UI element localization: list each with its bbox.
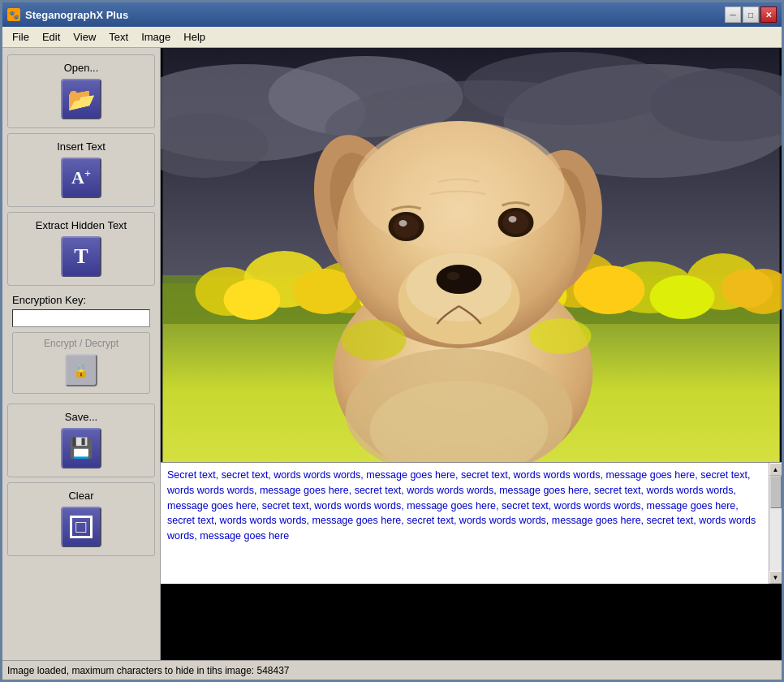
- svg-point-40: [399, 220, 407, 227]
- menu-view[interactable]: View: [67, 28, 102, 45]
- clear-button[interactable]: □: [61, 507, 101, 547]
- status-text: Image loaded, maximum characters to hide…: [7, 665, 290, 676]
- extract-label: Extract Hidden Text: [36, 219, 127, 231]
- maximize-button[interactable]: □: [743, 6, 759, 23]
- clear-label: Clear: [68, 490, 93, 502]
- secret-textarea[interactable]: [161, 463, 769, 584]
- svg-point-19: [224, 279, 281, 320]
- minimize-button[interactable]: ─: [725, 6, 741, 23]
- right-area: ▲ ▼: [161, 48, 782, 660]
- svg-point-39: [394, 215, 420, 238]
- svg-point-36: [437, 265, 482, 294]
- window-title: SteganographX Plus: [25, 9, 128, 21]
- encrypt-decrypt-button[interactable]: 🔒: [65, 354, 97, 386]
- title-bar: 🐾 SteganographX Plus ─ □ ✕: [2, 2, 782, 27]
- sidebar: Open... 📂 Insert Text A+ Extract Hidden …: [2, 48, 161, 660]
- encrypt-icon: 🔒: [73, 363, 89, 378]
- save-label: Save...: [65, 411, 97, 423]
- title-bar-left: 🐾 SteganographX Plus: [7, 8, 128, 21]
- encrypt-decrypt-label: Encrypt / Decrypt: [44, 338, 118, 349]
- svg-point-26: [722, 269, 773, 308]
- insert-text-label: Insert Text: [57, 140, 106, 153]
- svg-point-37: [447, 272, 460, 280]
- image-area: [161, 48, 782, 462]
- insert-text-group: Insert Text A+: [7, 133, 155, 207]
- menu-bar: File Edit View Text Image Help: [2, 27, 782, 48]
- svg-point-46: [342, 320, 407, 360]
- dog-image: [161, 48, 782, 462]
- open-group: Open... 📂: [7, 54, 155, 128]
- main-window: 🐾 SteganographX Plus ─ □ ✕ File Edit Vie…: [0, 0, 784, 682]
- clear-group: Clear □: [7, 482, 155, 556]
- svg-point-7: [463, 52, 674, 125]
- insert-text-icon: A+: [71, 167, 91, 188]
- main-content: Open... 📂 Insert Text A+ Extract Hidden …: [2, 48, 782, 660]
- open-label: Open...: [64, 62, 99, 74]
- menu-help[interactable]: Help: [177, 28, 212, 45]
- save-icon: 💾: [69, 437, 93, 460]
- scroll-track: [769, 476, 782, 571]
- encryption-section: Encryption Key: Encrypt / Decrypt 🔒: [7, 291, 155, 399]
- svg-point-24: [574, 265, 645, 314]
- status-bar: Image loaded, maximum characters to hide…: [2, 660, 782, 680]
- encryption-key-input[interactable]: [12, 309, 150, 327]
- text-area-container: ▲ ▼: [161, 462, 782, 584]
- save-group: Save... 💾: [7, 404, 155, 477]
- open-icon: 📂: [67, 86, 96, 113]
- scroll-thumb[interactable]: [770, 476, 782, 508]
- extract-icon: T: [74, 244, 88, 269]
- menu-edit[interactable]: Edit: [36, 28, 67, 45]
- title-buttons: ─ □ ✕: [725, 6, 777, 23]
- open-button[interactable]: 📂: [61, 79, 101, 119]
- scroll-up-arrow[interactable]: ▲: [769, 463, 782, 476]
- clear-icon: □: [70, 516, 93, 538]
- scroll-down-arrow[interactable]: ▼: [769, 571, 782, 584]
- menu-image[interactable]: Image: [135, 28, 177, 45]
- svg-point-43: [509, 216, 517, 222]
- save-button[interactable]: 💾: [61, 428, 101, 468]
- encrypt-decrypt-group: Encrypt / Decrypt 🔒: [12, 332, 150, 394]
- encryption-key-label: Encryption Key:: [12, 294, 150, 306]
- close-button[interactable]: ✕: [760, 6, 777, 23]
- svg-point-42: [503, 211, 529, 234]
- scrollbar: ▲ ▼: [769, 463, 782, 584]
- extract-button[interactable]: T: [61, 236, 101, 277]
- svg-point-33: [354, 121, 565, 251]
- menu-file[interactable]: File: [6, 28, 36, 45]
- extract-group: Extract Hidden Text T: [7, 212, 155, 286]
- svg-point-25: [650, 275, 715, 319]
- insert-text-button[interactable]: A+: [61, 158, 101, 198]
- app-icon: 🐾: [7, 8, 20, 21]
- svg-point-47: [530, 318, 592, 354]
- menu-text[interactable]: Text: [102, 28, 135, 45]
